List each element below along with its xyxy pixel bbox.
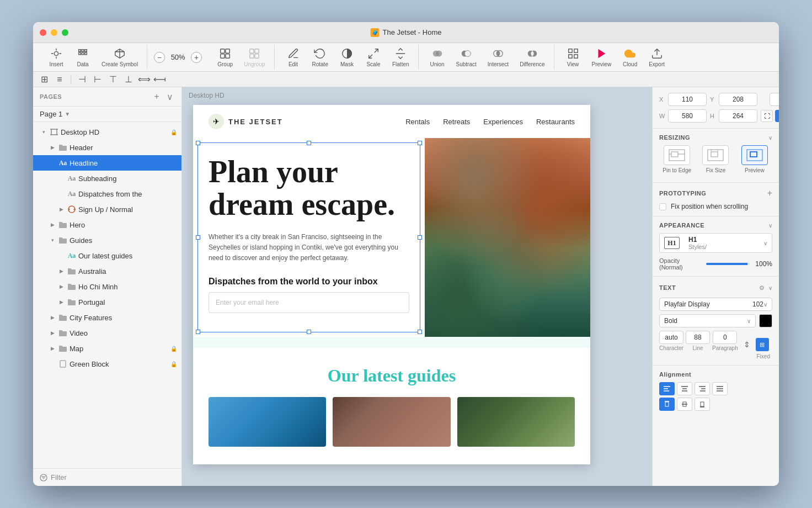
handle-tl[interactable]: [196, 141, 200, 145]
layer-video[interactable]: ▶ Video: [33, 325, 181, 341]
flatten-button[interactable]: Flatten: [388, 45, 414, 70]
style-selector[interactable]: H1 H1 Styles/ ∨: [659, 233, 772, 253]
expand-icon[interactable]: ▶: [57, 298, 65, 306]
valign-bottom-button[interactable]: [695, 398, 710, 411]
resizing-chevron[interactable]: ∨: [768, 135, 772, 141]
preview-option[interactable]: Preview: [737, 145, 772, 173]
intersect-button[interactable]: Intersect: [483, 45, 513, 70]
text-color-swatch[interactable]: [759, 314, 772, 327]
align-center-icon[interactable]: ⊢: [91, 73, 104, 86]
opacity-slider[interactable]: [706, 263, 750, 265]
layer-ho-chi-minh[interactable]: ▶ Ho Chi Minh: [33, 279, 181, 294]
view-button[interactable]: View: [561, 45, 585, 70]
expand-icon[interactable]: [49, 360, 56, 368]
mask-button[interactable]: Mask: [335, 45, 359, 70]
align-right-button[interactable]: [695, 382, 710, 395]
list-view-icon[interactable]: ≡: [53, 73, 66, 86]
font-selector[interactable]: Playfair Display 102 ∨: [659, 298, 772, 311]
flip-button[interactable]: ↔: [775, 110, 779, 122]
hero-email-input[interactable]: Enter your email here: [209, 292, 409, 313]
h-input[interactable]: 264: [719, 109, 757, 123]
align-right-icon[interactable]: ⊤: [106, 73, 120, 86]
align-center-button[interactable]: [677, 382, 692, 395]
page-name[interactable]: Page 1 ▼: [40, 110, 70, 118]
data-button[interactable]: Data: [71, 45, 95, 70]
layer-map[interactable]: ▶ Map 🔒: [33, 341, 181, 356]
distribute-h-icon[interactable]: ⟺: [137, 73, 151, 86]
fixed-text-button[interactable]: ⊞: [756, 338, 769, 351]
pages-chevron-down[interactable]: ∨: [165, 92, 175, 102]
layer-hero[interactable]: ▶ Hero: [33, 217, 181, 232]
layer-desktop-hd[interactable]: ▾ Desktop HD 🔒: [33, 124, 181, 140]
maximize-button[interactable]: [62, 29, 68, 36]
rotate-button[interactable]: Rotate: [308, 45, 333, 70]
align-left-button[interactable]: [659, 382, 675, 395]
zoom-in-button[interactable]: +: [191, 52, 202, 63]
font-chevron[interactable]: ∨: [763, 301, 767, 308]
handle-ml[interactable]: [196, 235, 200, 240]
layer-our-latest[interactable]: Aa Our latest guides: [33, 248, 181, 263]
layer-city-features[interactable]: ▶ City Features: [33, 310, 181, 325]
layer-portugal[interactable]: ▶ Portugal: [33, 294, 181, 310]
ungroup-button[interactable]: Ungroup: [239, 45, 269, 70]
expand-icon[interactable]: ▶: [49, 345, 56, 352]
zoom-out-button[interactable]: −: [154, 52, 165, 63]
layer-green-block[interactable]: Green Block 🔒: [33, 356, 181, 372]
close-button[interactable]: [40, 29, 46, 36]
expand-icon[interactable]: ▶: [49, 329, 56, 337]
font-style-selector[interactable]: Bold ∨: [659, 314, 756, 327]
handle-bl[interactable]: [196, 330, 200, 334]
valign-top-button[interactable]: [659, 398, 675, 411]
align-top-icon[interactable]: ⊥: [122, 73, 135, 86]
expand-icon[interactable]: ▶: [49, 144, 56, 151]
expand-icon[interactable]: ▾: [49, 236, 56, 244]
expand-icon[interactable]: ▶: [49, 221, 56, 229]
fix-scroll-checkbox[interactable]: [659, 203, 666, 210]
handle-tr[interactable]: [418, 141, 422, 145]
expand-icon[interactable]: [57, 190, 65, 198]
fix-size-option[interactable]: Fix Size: [698, 145, 733, 173]
layer-header[interactable]: ▶ Header: [33, 140, 181, 155]
distribute-v-icon[interactable]: ⟻: [153, 73, 166, 86]
edit-button[interactable]: Edit: [281, 45, 306, 70]
expand-icon[interactable]: ▶: [57, 283, 65, 290]
difference-button[interactable]: Difference: [515, 45, 549, 70]
handle-mr[interactable]: [418, 235, 422, 240]
page-selector[interactable]: Page 1 ▼: [33, 107, 181, 122]
minimize-button[interactable]: [51, 29, 57, 36]
appearance-chevron[interactable]: ∨: [768, 223, 772, 229]
paragraph-input[interactable]: 0: [713, 331, 737, 344]
y-input[interactable]: 208: [719, 93, 757, 106]
align-justify-button[interactable]: [712, 382, 728, 395]
union-button[interactable]: Union: [425, 45, 450, 70]
lock-proportions-button[interactable]: ⛶: [761, 110, 773, 122]
handle-tm[interactable]: [307, 141, 311, 145]
style-chevron[interactable]: ∨: [763, 240, 767, 246]
add-page-button[interactable]: +: [152, 92, 162, 102]
expand-icon[interactable]: [57, 174, 65, 182]
layer-guides[interactable]: ▾ Guides: [33, 232, 181, 248]
export-button[interactable]: Export: [644, 45, 669, 70]
handle-br[interactable]: [418, 330, 422, 334]
create-symbol-button[interactable]: Create Symbol: [97, 45, 142, 70]
cloud-button[interactable]: Cloud: [618, 45, 642, 70]
pin-to-edge-option[interactable]: Pin to Edge: [659, 145, 695, 173]
layer-subheading[interactable]: Aa Subheading: [33, 171, 181, 186]
valign-middle-button[interactable]: [677, 398, 692, 411]
preview-button[interactable]: Preview: [587, 45, 616, 70]
expand-icon[interactable]: ▶: [57, 205, 65, 213]
grid-view-icon[interactable]: ⊞: [38, 73, 51, 86]
subtract-button[interactable]: Subtract: [452, 45, 481, 70]
expand-icon[interactable]: ▶: [49, 314, 56, 321]
expand-icon[interactable]: [49, 159, 56, 167]
expand-icon[interactable]: [57, 252, 65, 260]
layer-australia[interactable]: ▶ Australia: [33, 263, 181, 279]
layer-dispatches[interactable]: Aa Dispatches from the: [33, 186, 181, 202]
text-settings-icon[interactable]: ⚙: [756, 282, 767, 293]
scale-button[interactable]: Scale: [361, 45, 386, 70]
line-input[interactable]: 88: [686, 331, 710, 344]
layer-signup[interactable]: ▶ Sign Up / Normal: [33, 202, 181, 217]
align-left-icon[interactable]: ⊣: [76, 73, 89, 86]
character-input[interactable]: auto: [659, 331, 683, 344]
expand-icon[interactable]: ▶: [57, 267, 65, 275]
